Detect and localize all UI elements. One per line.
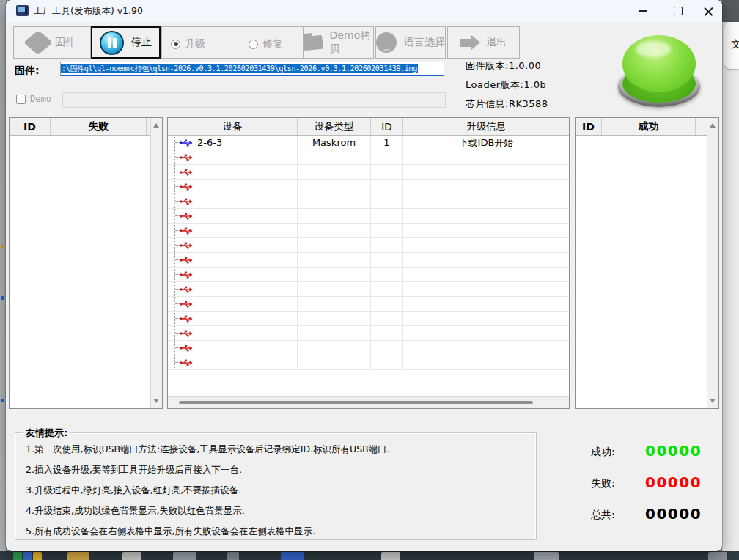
device-row[interactable] [168, 312, 569, 326]
device-type [298, 326, 371, 340]
device-row[interactable] [168, 326, 569, 341]
device-table: 设备 设备类型 ID 升级信息 2-6-3 Maskrom [167, 117, 570, 409]
tree-connector [174, 209, 175, 223]
fail-table-header-fail[interactable]: 失败 [51, 118, 147, 135]
taskbar-icon-fragment[interactable] [708, 552, 727, 560]
success-table-scrollbar[interactable] [707, 118, 718, 408]
device-row[interactable] [168, 282, 569, 297]
device-row[interactable] [168, 341, 569, 355]
success-table-header-success[interactable]: 成功 [602, 118, 696, 135]
usb-device-icon [180, 227, 193, 235]
scroll-up-icon[interactable] [710, 123, 716, 128]
device-id [371, 180, 403, 194]
device-table-header-id[interactable]: ID [371, 118, 403, 135]
tree-connector [174, 165, 175, 179]
device-id [371, 297, 403, 311]
maximize-button[interactable] [661, 0, 695, 22]
upgrade-info [403, 238, 569, 252]
device-table-hscrollbar[interactable] [168, 396, 569, 408]
device-row[interactable] [168, 224, 569, 238]
device-id: 1 [371, 136, 403, 150]
tree-connector [174, 268, 175, 281]
tree-connector [174, 150, 175, 164]
hscroll-thumb[interactable] [179, 401, 533, 404]
device-type [298, 238, 371, 252]
success-count: 00000 [645, 442, 702, 460]
scroll-up-icon[interactable] [153, 123, 159, 128]
device-row[interactable] [168, 297, 569, 312]
device-table-header-type[interactable]: 设备类型 [298, 118, 371, 135]
usb-device-icon [180, 198, 193, 205]
device-name: 2-6-3 [197, 137, 222, 148]
demo-copy-button[interactable]: Demo拷贝 [303, 26, 374, 59]
fail-count: 00000 [645, 474, 702, 491]
taskbar-icon-fragment[interactable] [281, 552, 304, 560]
device-id [371, 312, 403, 325]
taskbar-icon-fragment[interactable] [23, 552, 32, 560]
device-row[interactable] [168, 150, 569, 165]
taskbar-icon-fragment[interactable] [33, 552, 42, 560]
device-row[interactable] [168, 180, 569, 194]
taskbar-icon-fragment[interactable] [381, 552, 400, 560]
device-type [298, 209, 371, 223]
chip-info: 芯片信息:RK3588 [466, 97, 548, 111]
language-button-label: 语言选择 [404, 36, 445, 49]
device-table-header-info[interactable]: 升级信息 [403, 118, 569, 135]
minimize-button[interactable] [626, 0, 660, 22]
demo-path-input[interactable] [62, 92, 446, 108]
taskbar[interactable] [0, 551, 739, 560]
demo-checkbox[interactable] [16, 95, 26, 104]
usb-device-icon [180, 242, 193, 249]
device-type [298, 355, 371, 369]
device-table-header-device[interactable]: 设备 [168, 118, 298, 135]
device-row[interactable]: 2-6-3 Maskrom 1 下载IDB开始 [168, 136, 569, 150]
fail-table-scrollbar[interactable] [150, 118, 162, 408]
upgrade-info: 下载IDB开始 [403, 136, 569, 150]
total-count: 00000 [645, 505, 702, 523]
device-row[interactable] [168, 253, 569, 268]
device-id [371, 268, 403, 281]
arrow-right-icon [460, 39, 471, 47]
tree-connector [174, 341, 175, 355]
tips-title: 友情提示: [23, 427, 70, 440]
device-row[interactable] [168, 268, 569, 282]
firmware-path-label: 固件: [15, 65, 40, 78]
device-type [298, 224, 371, 237]
status-light-glint [636, 41, 671, 57]
taskbar-icon-fragment[interactable] [13, 552, 22, 560]
taskbar-icon-fragment[interactable] [122, 552, 141, 560]
tree-connector [174, 136, 175, 150]
repair-radio[interactable]: 修复 [249, 37, 283, 51]
tree-connector [174, 180, 175, 194]
device-row[interactable] [168, 355, 569, 370]
device-row[interactable] [168, 165, 569, 180]
desktop-icon-fragment [1, 296, 4, 300]
language-select-button[interactable]: 语言选择 [375, 26, 446, 59]
device-row[interactable] [168, 209, 569, 224]
upgrade-info [403, 341, 569, 355]
tree-connector [174, 282, 175, 296]
taskbar-icon-fragment[interactable] [67, 552, 89, 560]
success-table-header-id[interactable]: ID [576, 118, 602, 135]
taskbar-icon-fragment[interactable] [534, 552, 559, 560]
device-row[interactable] [168, 238, 569, 253]
taskbar-icon-fragment[interactable] [173, 552, 196, 560]
usb-device-icon [180, 271, 193, 279]
taskbar-icon-fragment[interactable] [227, 552, 239, 560]
scroll-down-icon[interactable] [153, 399, 159, 403]
upgrade-info [403, 165, 569, 179]
device-type [298, 180, 371, 194]
device-row[interactable] [168, 194, 569, 209]
firmware-button[interactable]: 固件 [13, 26, 91, 59]
factory-tool-window: 工厂工具(发布版本) v1.90 固件 停止 升级 修复 Demo拷贝 语言选择… [6, 0, 722, 551]
fail-table-header-id[interactable]: ID [10, 118, 51, 135]
loader-version-info: Loader版本:1.0b [466, 78, 546, 92]
exit-button[interactable]: 退出 [447, 26, 520, 59]
firmware-path-input[interactable]: :\固件ql\ql-noemmc打包\qlsn-2026.v0.3.1.2026… [60, 62, 444, 76]
upgrade-radio[interactable]: 升级 [171, 37, 205, 51]
scroll-down-icon[interactable] [710, 399, 716, 403]
close-button[interactable] [695, 0, 722, 22]
stop-button[interactable]: 停止 [91, 26, 161, 59]
device-type [298, 297, 371, 311]
upgrade-info [403, 209, 569, 223]
